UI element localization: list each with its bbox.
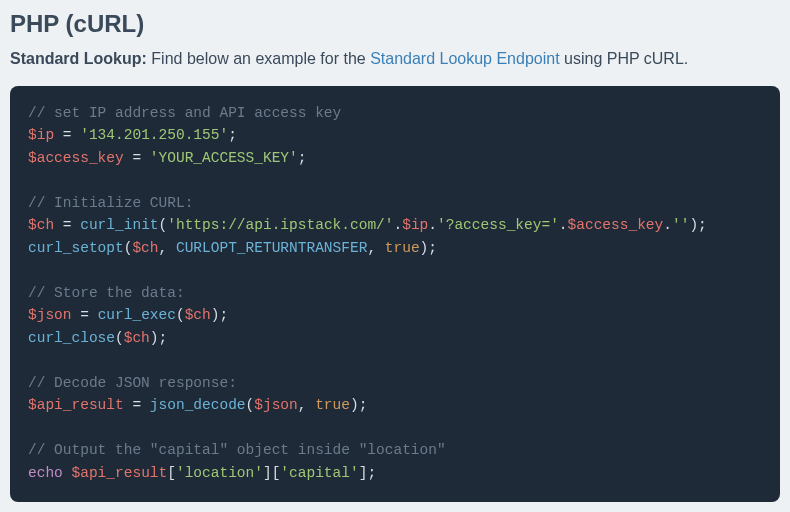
code-punct: =: [124, 150, 150, 166]
code-comment: // Initialize CURL:: [28, 195, 193, 211]
code-punct: .: [428, 217, 437, 233]
intro-before-link: Find below an example for the: [147, 50, 370, 67]
code-var: $ch: [185, 307, 211, 323]
code-example: // set IP address and API access key $ip…: [10, 86, 780, 502]
code-punct: .: [394, 217, 403, 233]
code-var: $json: [254, 397, 298, 413]
code-punct: (: [115, 330, 124, 346]
standard-lookup-link[interactable]: Standard Lookup Endpoint: [370, 50, 559, 67]
code-punct: ,: [159, 240, 176, 256]
code-punct: );: [420, 240, 437, 256]
code-punct: .: [559, 217, 568, 233]
code-punct: ,: [298, 397, 315, 413]
code-bool: true: [385, 240, 420, 256]
code-var: $access_key: [28, 150, 124, 166]
code-string: 'location': [176, 465, 263, 481]
code-var: $api_result: [72, 465, 168, 481]
code-var: $ch: [124, 330, 150, 346]
intro-after-link: using PHP cURL.: [560, 50, 689, 67]
code-punct: [63, 465, 72, 481]
code-comment: // Decode JSON response:: [28, 375, 237, 391]
code-comment: // set IP address and API access key: [28, 105, 341, 121]
code-func: json_decode: [150, 397, 246, 413]
code-func: curl_setopt: [28, 240, 124, 256]
code-var: $ip: [28, 127, 54, 143]
code-punct: ,: [367, 240, 384, 256]
code-var: $json: [28, 307, 72, 323]
code-punct: );: [350, 397, 367, 413]
code-func: curl_exec: [98, 307, 176, 323]
intro-bold: Standard Lookup:: [10, 50, 147, 67]
code-comment: // Output the "capital" object inside "l…: [28, 442, 446, 458]
code-punct: =: [72, 307, 98, 323]
code-punct: (: [159, 217, 168, 233]
code-string: '134.201.250.155': [80, 127, 228, 143]
code-var: $api_result: [28, 397, 124, 413]
code-string: 'capital': [280, 465, 358, 481]
code-punct: =: [54, 127, 80, 143]
code-const: CURLOPT_RETURNTRANSFER: [176, 240, 367, 256]
code-comment: // Store the data:: [28, 285, 185, 301]
code-string: '?access_key=': [437, 217, 559, 233]
intro-paragraph: Standard Lookup: Find below an example f…: [10, 50, 780, 68]
code-var: $ch: [28, 217, 54, 233]
code-punct: ][: [263, 465, 280, 481]
code-punct: =: [124, 397, 150, 413]
code-keyword: echo: [28, 465, 63, 481]
code-var: $ch: [132, 240, 158, 256]
code-string: '': [672, 217, 689, 233]
code-punct: );: [689, 217, 706, 233]
code-punct: =: [54, 217, 80, 233]
code-var: $ip: [402, 217, 428, 233]
code-var: $access_key: [568, 217, 664, 233]
section-heading: PHP (cURL): [10, 10, 780, 38]
code-bool: true: [315, 397, 350, 413]
code-punct: [: [167, 465, 176, 481]
code-string: 'YOUR_ACCESS_KEY': [150, 150, 298, 166]
code-func: curl_close: [28, 330, 115, 346]
code-func: curl_init: [80, 217, 158, 233]
code-punct: );: [211, 307, 228, 323]
code-punct: .: [663, 217, 672, 233]
code-punct: (: [176, 307, 185, 323]
code-punct: );: [150, 330, 167, 346]
code-punct: ;: [298, 150, 307, 166]
code-punct: ;: [228, 127, 237, 143]
code-punct: ];: [359, 465, 376, 481]
code-punct: (: [246, 397, 255, 413]
code-string: 'https://api.ipstack.com/': [167, 217, 393, 233]
